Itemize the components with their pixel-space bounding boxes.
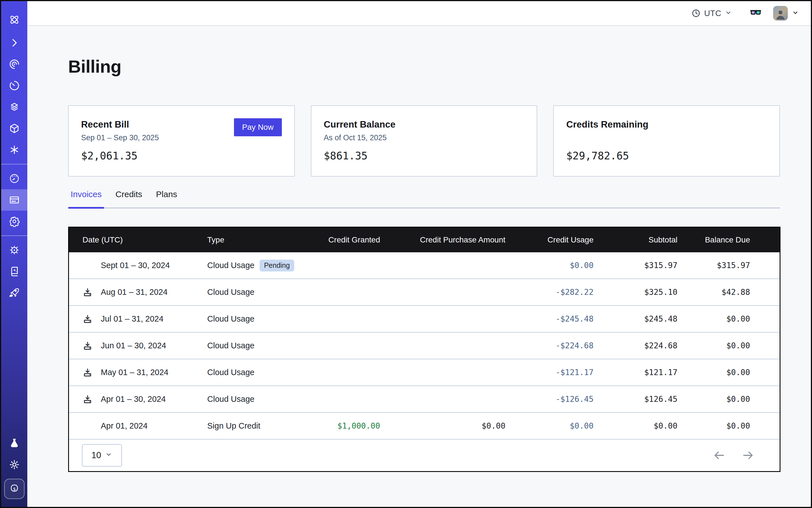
tab-credits[interactable]: Credits: [113, 189, 145, 208]
sidebar-item-chevron-right[interactable]: [1, 32, 27, 53]
sidebar-item-asterisk[interactable]: [1, 139, 27, 161]
download-invoice-button[interactable]: [83, 368, 101, 378]
pager: [712, 448, 756, 463]
sidebar-item-book-sparkle[interactable]: [1, 261, 27, 282]
column-header: Date (UTC): [69, 236, 207, 245]
sidebar-item-flask[interactable]: [1, 432, 27, 454]
sidebar-item-history[interactable]: [1, 75, 27, 96]
table-row: Apr 01 – 30, 2024Cloud Usage-$126.45$126…: [69, 386, 780, 413]
rocket-icon: [9, 287, 20, 298]
page-size-value: 10: [91, 450, 101, 460]
asterisk-icon: [9, 144, 20, 156]
invoice-date: Aug 01 – 31, 2024: [101, 288, 168, 297]
column-header: Subtotal: [594, 236, 677, 245]
sidebar-item-gauge[interactable]: [1, 168, 27, 189]
card-title: Current Balance: [324, 119, 524, 130]
sidebar-item-dollar-badge[interactable]: $: [1, 475, 27, 502]
invoice-type: Cloud Usage: [207, 314, 255, 324]
app-window: $ UTC Billing Recent Bill Sep 01 – Sep 3…: [0, 0, 812, 508]
cell-usage: -$121.17: [505, 368, 594, 377]
invoice-type: Cloud Usage: [207, 261, 255, 270]
cube-icon: [9, 123, 20, 134]
tab-plans[interactable]: Plans: [154, 189, 180, 208]
sidebar-item-gear[interactable]: [1, 211, 27, 232]
gauge-icon: [9, 173, 20, 184]
user-avatar: [773, 6, 788, 20]
sidebar: $: [1, 1, 27, 507]
sidebar-item-radar[interactable]: [1, 53, 27, 75]
download-invoice-button[interactable]: [83, 314, 101, 324]
table-row: Sept 01 – 30, 2024Cloud UsagePending$0.0…: [69, 252, 780, 279]
sidebar-divider: [1, 236, 27, 236]
current-balance-card: Current Balance As of Oct 15, 2025 $861.…: [311, 105, 538, 177]
invoice-type: Cloud Usage: [207, 368, 255, 377]
column-header: Type: [207, 236, 300, 245]
timezone-selector[interactable]: UTC: [691, 8, 732, 18]
sidebar-spacer: [1, 304, 27, 432]
chevron-right-icon: [9, 37, 20, 48]
sidebar-item-credit-card[interactable]: [1, 189, 27, 211]
download-invoice-button[interactable]: [83, 341, 101, 351]
cell-balance: $0.00: [677, 421, 780, 431]
cell-balance: $0.00: [677, 314, 780, 324]
main-content: Billing Recent Bill Sep 01 – Sep 30, 202…: [27, 26, 811, 507]
cell-subtotal: $126.45: [594, 394, 677, 404]
download-invoice-button[interactable]: [83, 287, 101, 297]
table-row: Jun 01 – 30, 2024Cloud Usage-$224.68$224…: [69, 333, 780, 359]
sidebar-item-orbit-logo[interactable]: [1, 1, 27, 32]
sidebar-item-layers[interactable]: [1, 96, 27, 118]
sidebar-item-rocket[interactable]: [1, 282, 27, 304]
invoice-type: Cloud Usage: [207, 341, 255, 350]
cell-balance: $315.97: [677, 261, 780, 270]
cell-subtotal: $315.97: [594, 261, 677, 270]
helm-icon: [9, 245, 20, 256]
glasses-icon: [750, 6, 762, 20]
sidebar-item-sun[interactable]: [1, 454, 27, 475]
chevron-down-icon: [725, 9, 732, 17]
table-row: Aug 01 – 31, 2024Cloud Usage-$282.22$325…: [69, 279, 780, 306]
cell-usage: $0.00: [505, 421, 594, 431]
account-menu[interactable]: [773, 6, 799, 20]
invoice-date: Jun 01 – 30, 2024: [101, 341, 166, 350]
recent-bill-card: Recent Bill Sep 01 – Sep 30, 2025 $2,061…: [68, 105, 295, 177]
page-size-select[interactable]: 10: [82, 444, 122, 467]
table-row: Apr 01, 2024Sign Up Credit$1,000.00$0.00…: [69, 413, 780, 439]
download-invoice-button[interactable]: [83, 394, 101, 405]
radar-icon: [9, 58, 20, 70]
card-amount: $861.35: [324, 150, 524, 162]
table-header: Date (UTC)TypeCredit GrantedCredit Purch…: [69, 227, 780, 252]
previous-page-button[interactable]: [712, 448, 726, 463]
tab-invoices[interactable]: Invoices: [68, 189, 104, 208]
table-row: May 01 – 31, 2024Cloud Usage-$121.17$121…: [69, 359, 780, 386]
chevron-down-icon: [105, 450, 112, 460]
card-amount: $29,782.65: [566, 150, 767, 162]
invoice-date: Jul 01 – 31, 2024: [101, 314, 164, 324]
column-header: Credit Purchase Amount: [380, 236, 505, 245]
column-header: Credit Usage: [505, 236, 594, 245]
invoice-type: Cloud Usage: [207, 288, 255, 297]
credits-remaining-card: Credits Remaining $29,782.65: [553, 105, 780, 177]
cell-granted: $1,000.00: [300, 421, 380, 431]
cell-subtotal: $245.48: [594, 314, 677, 324]
flask-icon: [9, 437, 20, 449]
cell-subtotal: $325.10: [594, 288, 677, 297]
chevron-down-icon: [792, 9, 799, 17]
invoice-date: Apr 01 – 30, 2024: [101, 394, 166, 404]
pay-now-button[interactable]: Pay Now: [234, 118, 282, 136]
card-title: Credits Remaining: [566, 119, 767, 130]
book-sparkle-icon: [9, 266, 20, 277]
sidebar-divider: [1, 164, 27, 164]
cell-usage: -$224.68: [505, 341, 594, 350]
cell-usage: -$282.22: [505, 288, 594, 297]
card-subtitle: [566, 133, 767, 142]
gear-icon: [9, 216, 20, 227]
page-title: Billing: [68, 56, 780, 77]
card-subtitle: As of Oct 15, 2025: [324, 133, 524, 142]
table-body: Sept 01 – 30, 2024Cloud UsagePending$0.0…: [69, 252, 780, 439]
table-row: Jul 01 – 31, 2024Cloud Usage-$245.48$245…: [69, 306, 780, 333]
sidebar-item-cube[interactable]: [1, 118, 27, 139]
sidebar-item-helm[interactable]: [1, 239, 27, 261]
reader-mode-button[interactable]: [750, 6, 762, 20]
dollar-badge-icon: $: [4, 479, 25, 499]
next-page-button[interactable]: [741, 448, 756, 463]
